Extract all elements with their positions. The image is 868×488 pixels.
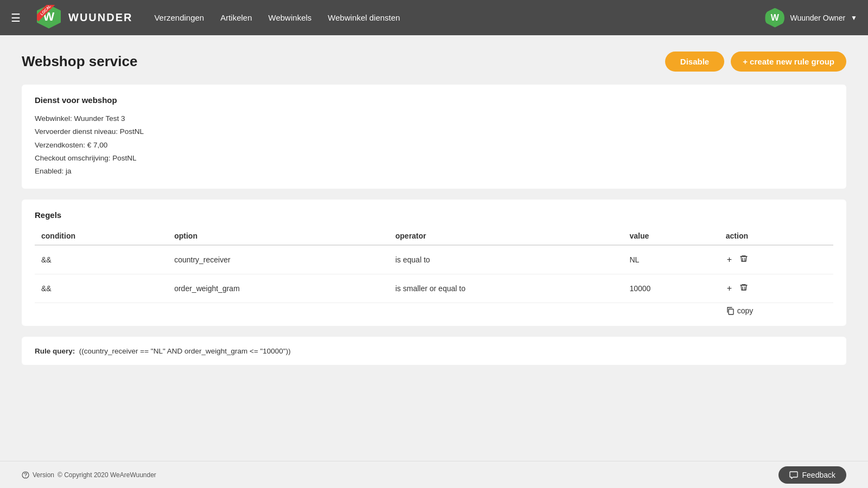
logo-wrap: LOCAL W WUUNDER: [37, 5, 132, 31]
action-icons: +: [726, 253, 827, 266]
nav-link-webwinkel-diensten[interactable]: Webwinkel diensten: [328, 13, 400, 22]
row2-value: 10000: [623, 274, 719, 303]
rules-table: condition option operator value action &…: [35, 227, 833, 320]
disable-button[interactable]: Disable: [665, 52, 724, 72]
row1-operator: is equal to: [389, 245, 623, 274]
table-body: && country_receiver is equal to NL +: [35, 245, 833, 320]
row2-actions: +: [719, 274, 833, 303]
copy-label: copy: [737, 306, 754, 315]
row1-condition: &&: [35, 245, 168, 274]
table-header: condition option operator value action: [35, 227, 833, 245]
nav-link-artikelen[interactable]: Artikelen: [220, 13, 252, 22]
svg-rect-0: [729, 309, 733, 314]
delete-rule-button-0[interactable]: [738, 253, 749, 266]
nav-link-webwinkels[interactable]: Webwinkels: [269, 13, 312, 22]
feedback-label: Feedback: [802, 471, 835, 479]
dienst-section-title: Dienst voor webshop: [35, 95, 833, 105]
copy-empty: [35, 303, 719, 321]
nav-links: Verzendingen Artikelen Webwinkels Webwin…: [154, 13, 400, 22]
user-name: Wuunder Owner: [790, 14, 845, 22]
chevron-down-icon[interactable]: ▼: [851, 14, 857, 22]
table-row: && order_weight_gram is smaller or equal…: [35, 274, 833, 303]
add-rule-button-0[interactable]: +: [726, 254, 733, 266]
logo-text: WUUNDER: [68, 11, 132, 24]
info-line-3: Checkout omschrijving: PostNL: [35, 152, 833, 165]
row1-option: country_receiver: [168, 245, 389, 274]
add-rule-button-1[interactable]: +: [726, 282, 733, 294]
query-label: Rule query: ((country_receiver == "NL" A…: [35, 347, 291, 355]
hamburger-icon[interactable]: ☰: [11, 11, 21, 24]
rules-table-wrap: condition option operator value action &…: [35, 227, 833, 320]
table-row: && country_receiver is equal to NL +: [35, 245, 833, 274]
footer: Version © Copyright 2020 WeAreWuunder Fe…: [0, 461, 868, 488]
navbar-right: W Wuunder Owner ▼: [765, 8, 857, 28]
copy-button[interactable]: copy: [726, 306, 754, 315]
row1-value: NL: [623, 245, 719, 274]
logo-container: LOCAL W: [37, 5, 63, 31]
info-line-4: Enabled: ja: [35, 165, 833, 178]
dienst-info-block: Webwinkel: Wuunder Test 3 Vervoerder die…: [35, 112, 833, 178]
query-card: Rule query: ((country_receiver == "NL" A…: [22, 337, 846, 365]
col-operator: operator: [389, 227, 623, 245]
copy-action-cell: copy: [719, 303, 833, 321]
page-header: Webshop service Disable + create new rul…: [22, 52, 846, 72]
nav-link-verzendingen[interactable]: Verzendingen: [154, 13, 204, 22]
feedback-icon: [789, 471, 798, 479]
header-buttons: Disable + create new rule group: [665, 52, 846, 72]
col-action: action: [719, 227, 833, 245]
info-line-2: Verzendkosten: € 7,00: [35, 139, 833, 152]
main-content: Webshop service Disable + create new rul…: [0, 35, 868, 461]
row1-actions: +: [719, 245, 833, 274]
version-text: Version: [33, 471, 54, 479]
row2-option: order_weight_gram: [168, 274, 389, 303]
col-condition: condition: [35, 227, 168, 245]
feedback-button[interactable]: Feedback: [778, 466, 846, 484]
regels-card: Regels condition option operator value a…: [22, 200, 846, 326]
copyright-text: © Copyright 2020 WeAreWuunder: [58, 471, 156, 479]
row2-condition: &&: [35, 274, 168, 303]
query-value: ((country_receiver == "NL" AND order_wei…: [79, 347, 291, 355]
info-line-0: Webwinkel: Wuunder Test 3: [35, 112, 833, 125]
navbar-left: ☰ LOCAL W WUUNDER Verzendingen Artikelen…: [11, 5, 400, 31]
create-rule-group-button[interactable]: + create new rule group: [731, 52, 846, 72]
regels-section-title: Regels: [35, 210, 833, 220]
dienst-card: Dienst voor webshop Webwinkel: Wuunder T…: [22, 85, 846, 189]
col-value: value: [623, 227, 719, 245]
col-option: option: [168, 227, 389, 245]
info-line-1: Vervoerder dienst niveau: PostNL: [35, 125, 833, 138]
user-avatar: W: [765, 8, 784, 28]
row2-operator: is smaller or equal to: [389, 274, 623, 303]
action-icons-2: +: [726, 282, 827, 295]
footer-left: Version © Copyright 2020 WeAreWuunder: [22, 471, 156, 479]
delete-rule-button-1[interactable]: [738, 282, 749, 295]
version-icon: [22, 471, 29, 479]
copy-row: copy: [35, 303, 833, 321]
page-title: Webshop service: [22, 53, 137, 70]
navbar: ☰ LOCAL W WUUNDER Verzendingen Artikelen…: [0, 0, 868, 35]
svg-point-2: [25, 477, 25, 477]
